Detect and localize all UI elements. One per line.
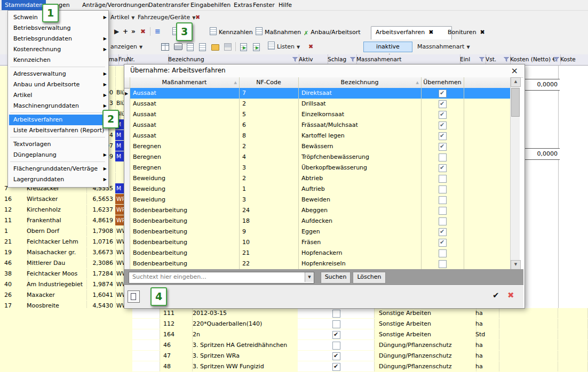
menu-item-betriebsgrunddaten[interactable]: Betriebsgrunddaten▶ [9, 34, 109, 44]
measures-table-row[interactable]: 1642nSonstige ArbeitenStd [0, 329, 588, 341]
menubar-item-anträge-verordnungen[interactable]: Anträge/Verordnungen [79, 0, 152, 10]
dialog-table-row[interactable]: Aussaat8Kartoffel legen [130, 131, 510, 142]
column-header-vst[interactable]: Vst. [483, 54, 511, 64]
scrollbar-thumb[interactable] [511, 88, 520, 117]
delete-record-icon[interactable]: ✖ [140, 27, 146, 36]
last-record-icon[interactable]: » [131, 27, 136, 36]
dialog-table-row[interactable]: Beregnen3Überkopfbewässerung [130, 163, 510, 174]
massnahmenart-dropdown[interactable]: Massnahmenart▼ [415, 42, 472, 52]
column-header-schlag[interactable]: Schlag [325, 54, 357, 64]
uebernehmen-checkbox[interactable] [439, 122, 447, 130]
print-icon[interactable] [174, 43, 182, 50]
dialog-table-row[interactable]: Aussaat5Einzelkornsaat [130, 109, 510, 120]
column-header-massnahmenart[interactable]: Massnahmenart [354, 54, 460, 64]
table-view-icon[interactable] [161, 43, 169, 51]
menubar-item-datentransfer[interactable]: Datentransfer [145, 0, 193, 10]
next-record-icon[interactable]: ▶ [114, 27, 119, 36]
search-history-dropdown-icon[interactable]: ▼ [305, 272, 314, 282]
menu-item-maschinengrunddaten[interactable]: Maschinengrunddaten▶ [9, 101, 109, 111]
dialog-table-row[interactable]: Bodenbearbeitung10Fräsen [130, 237, 510, 248]
menu-item-anbau-und-arbeitsorte[interactable]: Anbau und Arbeitsorte▶ [9, 79, 109, 90]
uebernehmen-checkbox[interactable] [439, 260, 447, 268]
menu-item-lagergrunddaten[interactable]: Lagergrunddaten▶ [9, 174, 109, 185]
uebernehmen-checkbox[interactable] [439, 100, 447, 108]
fields-table-row[interactable]: 11Frankenthal4,8619WR [0, 215, 132, 227]
tab-maßnahmen[interactable]: Maßnahmen [251, 26, 307, 39]
uebernehmen-checkbox[interactable] [439, 90, 447, 98]
uebernehmen-checkbox[interactable] [439, 185, 447, 193]
dialog-column-header-maßnahmenart[interactable]: Maßnahmenart▲ [130, 77, 239, 87]
save-icon[interactable] [224, 43, 232, 51]
dialog-column-header-nf-code[interactable]: NF-Code [239, 77, 298, 87]
row-checkbox[interactable] [332, 331, 340, 339]
row-checkbox[interactable] [332, 320, 340, 328]
uebernehmen-checkbox[interactable] [439, 153, 447, 161]
uebernehmen-checkbox[interactable] [439, 207, 447, 215]
measures-table-row[interactable]: 1112012-03-15Sonstige Arbeitenha [0, 308, 588, 319]
report-icon[interactable]: ▶ [240, 43, 247, 51]
column-header-koste[interactable]: Koste [558, 54, 588, 64]
row-checkbox[interactable] [332, 363, 340, 371]
tab-anbau-arbeitsort[interactable]: ✗Anbau/Arbeitsort [299, 26, 378, 39]
document-icon[interactable] [187, 43, 194, 51]
dialog-column-header-bezeichnung[interactable]: Bezeichnung▲ [298, 77, 421, 87]
report-export-icon[interactable]: ▶ [253, 43, 260, 51]
row-checkbox[interactable] [332, 352, 340, 360]
column-header-aktiv[interactable]: Aktiv [297, 54, 328, 64]
menu-item-arbeitsverfahren[interactable]: Arbeitsverfahren [9, 115, 109, 125]
dialog-table-row[interactable]: Bodenbearbeitung22Hopfenkreiseln [130, 258, 510, 270]
clear-list-icon[interactable]: ✖ [306, 42, 315, 52]
menubar-item-fenster[interactable]: Fenster [250, 0, 278, 10]
menu-item-flächengrunddaten-verträge[interactable]: Flächengrunddaten/Verträge▶ [9, 164, 109, 174]
menubar-item-stammdaten[interactable]: Stammdaten [2, 0, 46, 10]
menu-item-liste-arbeitsverfahren-report[interactable]: Liste Arbeitsverfahren (Report) [9, 125, 109, 136]
confirm-button[interactable]: ✔ [492, 290, 499, 300]
inaktive-anzeigen-button[interactable]: inaktive anzeigen [363, 42, 412, 52]
measures-table-row[interactable]: 463. Spritzen HA GetreidhähnchenDüngung/… [0, 340, 588, 351]
copy-to-new-button[interactable] [128, 290, 140, 303]
fahrzeuge-geraete-dropdown[interactable]: Fahrzeuge/Geräte▼ [136, 12, 197, 23]
uebernehmen-checkbox[interactable] [439, 196, 447, 204]
tab-close-icon[interactable]: ✖ [428, 29, 433, 36]
menu-item-adressverwaltung[interactable]: Adressverwaltung▶ [9, 69, 109, 79]
scroll-up-icon[interactable]: ▲ [511, 77, 521, 87]
fields-table-row[interactable]: 38Feichtacker Moos1,7284WW [0, 269, 132, 280]
close-panel-icon[interactable]: ✖ [193, 12, 202, 23]
dialog-table-row[interactable]: Bodenbearbeitung18Aufdecken [130, 216, 510, 227]
loeschen-button[interactable]: Löschen [353, 272, 386, 284]
fields-table-row[interactable]: 19Maisachacker gr.3,6673WW [0, 247, 132, 258]
menu-item-kennzeichen[interactable]: Kennzeichen [9, 55, 109, 66]
uebernehmen-checkbox[interactable] [439, 249, 447, 257]
dialog-table-row[interactable]: Beweidung2Abtrieb [130, 173, 510, 184]
suchen-button[interactable]: Suchen [321, 272, 351, 284]
add-record-icon[interactable]: + [123, 27, 128, 36]
anzeigen-dropdown[interactable]: anzeigen▼ [108, 42, 145, 52]
scroll-down-icon[interactable]: ▼ [511, 260, 521, 270]
uebernehmen-checkbox[interactable] [439, 143, 447, 151]
dialog-table-row[interactable]: Aussaat2Drillsaat [130, 99, 510, 110]
dialog-table-row[interactable]: Aussaat7Direktsaat [130, 88, 510, 99]
tab-kennzahlen[interactable]: Kennzahlen [205, 26, 259, 39]
dialog-table-row[interactable]: Beregnen4Tröpfchenbewässerung [130, 152, 510, 163]
dialog-close-icon[interactable]: × [511, 65, 518, 77]
uebernehmen-checkbox[interactable] [439, 175, 447, 183]
document-copy-icon[interactable] [199, 43, 206, 51]
column-header-kosten-netto[interactable]: Kosten (Netto) € [508, 54, 561, 64]
uebernehmen-checkbox[interactable] [439, 132, 447, 140]
dialog-table-row[interactable]: Bodenbearbeitung24Abeggen [130, 205, 510, 216]
uebernehmen-checkbox[interactable] [439, 228, 447, 236]
menu-item-textvorlagen[interactable]: Textvorlagen [9, 139, 109, 150]
tab-close-icon[interactable]: ✖ [480, 29, 485, 36]
measures-table-row[interactable]: 473. Spritzen WRaDüngung/Pflanzenschutzh… [0, 351, 588, 362]
column-header-einl[interactable]: Einl [458, 54, 486, 64]
listen-dropdown[interactable]: Listen▼ [266, 42, 302, 52]
dialog-table-row[interactable]: Beregnen2Bewässern [130, 141, 510, 152]
measures-table-row[interactable]: 112220*Quaderballen(140)Sonstige Arbeite… [0, 319, 588, 330]
fields-table-row[interactable]: 21Feichtacker Lehm1,0716WW [0, 237, 132, 248]
dialog-table-row[interactable]: Aussaat6Frässaat/Mulchsaat [130, 120, 510, 131]
dialog-column-header-übernehmen[interactable]: Übernehmen [421, 77, 464, 87]
fields-table-row[interactable]: 46Mittlerer Dau2,3086WW [0, 258, 132, 269]
list-panel-icon[interactable]: ≡ [155, 27, 161, 36]
fields-table-row[interactable]: 40Am Industriegebiet1,9874WW [0, 279, 132, 290]
row-checkbox[interactable] [332, 342, 340, 350]
